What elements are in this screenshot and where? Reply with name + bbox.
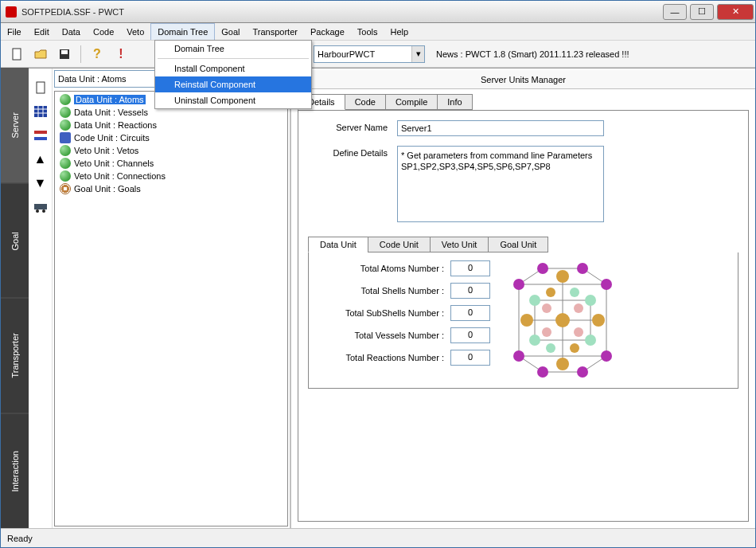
vtab-interaction[interactable]: Interaction <box>1 413 29 529</box>
tree-node-label: Code Unit : Circuits <box>74 133 150 143</box>
vtab-transporter[interactable]: Transporter <box>1 298 29 413</box>
maximize-button[interactable]: ☐ <box>690 4 714 20</box>
menu-goal[interactable]: Goal <box>215 23 246 40</box>
tree-node[interactable]: Code Unit : Circuits <box>57 131 286 144</box>
unit-tree[interactable]: Data Unit : AtomsData Unit : VesselsData… <box>54 91 288 526</box>
svg-point-55 <box>570 343 579 353</box>
svg-rect-2 <box>61 50 68 54</box>
vehicle-icon[interactable] <box>32 199 49 215</box>
dropdown-reinstall-component[interactable]: Reinstall Component <box>155 76 311 92</box>
number-value[interactable]: 0 <box>450 327 490 343</box>
arrow-up-icon[interactable]: ▲ <box>32 151 49 167</box>
vtab-goal[interactable]: Goal <box>1 183 29 299</box>
server-name-input[interactable] <box>397 120 604 136</box>
svg-point-52 <box>546 288 555 297</box>
globe-icon <box>60 119 71 131</box>
subtab-code-unit[interactable]: Code Unit <box>368 237 431 252</box>
number-value[interactable]: 0 <box>450 260 490 276</box>
number-value[interactable]: 0 <box>450 283 490 299</box>
new-doc-icon[interactable] <box>32 80 49 96</box>
tree-node[interactable]: Veto Unit : Vetos <box>57 144 286 157</box>
menu-data[interactable]: Data <box>56 23 87 40</box>
menu-help[interactable]: Help <box>384 23 415 40</box>
dropdown-domain-tree[interactable]: Domain Tree <box>155 41 311 57</box>
grid-icon[interactable] <box>32 104 49 119</box>
menu-code[interactable]: Code <box>87 23 120 40</box>
help-button[interactable]: ? <box>86 44 108 65</box>
new-file-button[interactable] <box>6 44 28 65</box>
svg-point-40 <box>556 358 569 370</box>
window-title: SOFTPEDIA.SSF - PWCT <box>21 7 124 17</box>
server-name-label: Server Name <box>308 120 388 132</box>
app-window: SOFTPEDIA.SSF - PWCT — ☐ ✕ FileEditDataC… <box>0 0 756 548</box>
left-pane: ▲ ▼ Data Unit : Atoms ▾ Data Unit : Atom… <box>29 68 291 528</box>
grid-icon <box>60 132 71 143</box>
svg-rect-12 <box>34 204 47 209</box>
svg-point-35 <box>537 263 548 274</box>
svg-point-48 <box>542 303 551 313</box>
subtab-data-unit[interactable]: Data Unit <box>308 237 368 252</box>
tree-node[interactable]: Goal Unit : Goals <box>57 182 286 195</box>
right-pane: Server Units Manager DetailsCodeCompileI… <box>291 68 755 528</box>
statusbar: Ready <box>1 528 755 547</box>
toolbar-separator <box>80 45 81 63</box>
number-label: Total Vessels Number : <box>317 331 444 340</box>
tab-compile[interactable]: Compile <box>385 94 438 110</box>
menu-veto[interactable]: Veto <box>120 23 150 40</box>
define-details-textarea[interactable]: * Get parameters from command line Param… <box>397 146 604 222</box>
open-file-button[interactable] <box>29 44 52 65</box>
svg-point-50 <box>542 327 551 337</box>
vtab-server[interactable]: Server <box>1 68 29 183</box>
define-details-label: Define Details <box>308 146 388 158</box>
svg-point-14 <box>42 209 45 213</box>
tab-info[interactable]: Info <box>437 94 472 110</box>
globe-icon <box>60 145 71 156</box>
menu-tools[interactable]: Tools <box>351 23 384 40</box>
arrow-down-icon[interactable]: ▼ <box>32 175 49 191</box>
framework-combo-value: HarbourPWCT <box>318 49 375 59</box>
tree-node[interactable]: Veto Unit : Connections <box>57 170 286 182</box>
subtab-veto-unit[interactable]: Veto Unit <box>430 237 489 252</box>
svg-point-42 <box>592 314 605 327</box>
number-label: Total Reactions Number : <box>317 353 444 362</box>
data-unit-body: Total Atoms Number :0Total Shells Number… <box>308 252 738 389</box>
close-button[interactable]: ✕ <box>717 4 754 20</box>
menu-edit[interactable]: Edit <box>28 23 56 40</box>
flag-icon[interactable] <box>32 127 49 143</box>
svg-point-36 <box>577 263 588 274</box>
menu-package[interactable]: Package <box>304 23 351 40</box>
tab-code[interactable]: Code <box>345 94 386 110</box>
main-tabs: DetailsCodeCompileInfo <box>298 94 749 110</box>
number-label: Total SubShells Number : <box>317 308 444 318</box>
tree-node-label: Data Unit : Reactions <box>74 120 157 130</box>
number-value[interactable]: 0 <box>450 350 490 366</box>
svg-point-49 <box>574 303 583 313</box>
svg-point-47 <box>555 313 570 327</box>
molecule-image <box>503 260 622 380</box>
number-row: Total Shells Number :0 <box>317 283 490 299</box>
tree-node[interactable]: Veto Unit : Channels <box>57 157 286 170</box>
save-button[interactable] <box>53 44 76 65</box>
number-value[interactable]: 0 <box>450 305 490 321</box>
globe-icon <box>60 170 71 182</box>
svg-point-32 <box>601 279 612 290</box>
status-text: Ready <box>7 534 33 543</box>
menu-domain-tree[interactable]: Domain Tree <box>150 23 215 40</box>
minimize-button[interactable]: — <box>663 4 687 20</box>
sub-tabs: Data UnitCode UnitVeto UnitGoal Unit <box>308 237 738 252</box>
svg-rect-10 <box>34 134 47 137</box>
menu-file[interactable]: File <box>1 23 28 40</box>
domain-tree-dropdown: Domain TreeInstall ComponentReinstall Co… <box>154 40 312 109</box>
number-label: Total Shells Number : <box>317 286 444 296</box>
data-unit-select-value: Data Unit : Atoms <box>58 74 127 84</box>
tree-node[interactable]: Data Unit : Reactions <box>57 119 286 131</box>
vertical-tabs: ServerGoalTransporterInteraction <box>1 68 29 528</box>
globe-icon <box>60 158 71 169</box>
menu-transporter[interactable]: Transporter <box>247 23 304 40</box>
globe-icon <box>60 94 71 105</box>
framework-combo[interactable]: HarbourPWCT ▾ <box>314 45 425 63</box>
dropdown-install-component[interactable]: Install Component <box>155 61 311 76</box>
alert-button[interactable]: ! <box>110 44 132 65</box>
subtab-goal-unit[interactable]: Goal Unit <box>488 237 548 252</box>
dropdown-uninstall-component[interactable]: Uninstall Component <box>155 92 311 108</box>
